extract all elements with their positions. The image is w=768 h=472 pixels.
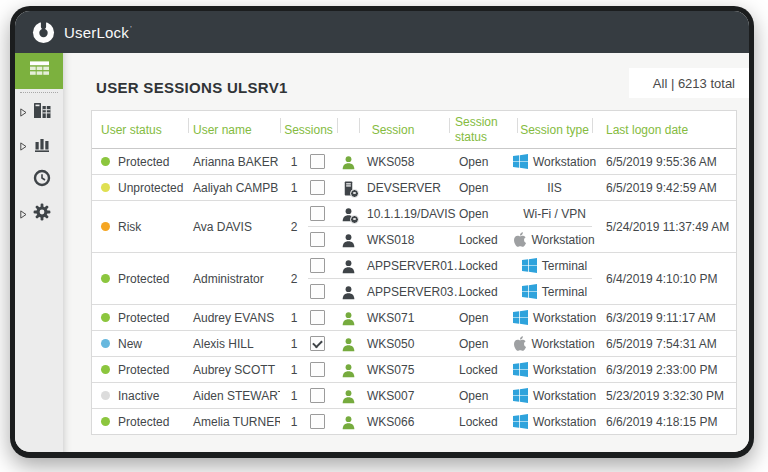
session-status: Locked	[459, 259, 498, 273]
user-status-label: Protected	[118, 311, 169, 325]
expander-icon[interactable]	[20, 205, 27, 223]
session-row[interactable]: APPSERVER03… Locked Terminal	[308, 279, 592, 304]
sidebar-item-statistics[interactable]	[15, 135, 63, 157]
last-logon-date: 6/5/2019 7:54:31 AM	[606, 337, 717, 351]
table-row[interactable]: Protected Arianna BAKER 1 WKS058 Open	[92, 149, 736, 174]
sidebar-item-user-sessions[interactable]	[15, 53, 63, 89]
session-type-label: Terminal	[542, 259, 587, 273]
column-header-session-status[interactable]: Session status	[449, 111, 517, 148]
session-row[interactable]: WKS018 Locked Workstation	[308, 227, 592, 252]
session-row[interactable]: WKS058 Open Workstation	[308, 149, 592, 174]
sidebar-item-reports[interactable]	[15, 101, 63, 123]
table-row[interactable]: Inactive Aiden STEWART 1 WKS007 Open	[92, 382, 736, 408]
user-status-dot	[101, 417, 110, 426]
user-status-label: Protected	[118, 415, 169, 429]
sessions-block: DEVSERVER Open IIS	[308, 175, 592, 200]
last-logon-date: 6/4/2019 4:10:10 PM	[606, 272, 717, 286]
column-header-session-type[interactable]: Session type	[517, 111, 592, 148]
session-name: WKS018	[367, 233, 414, 247]
user-status-dot	[101, 339, 110, 348]
sessions-block: WKS066 Locked Workstation	[308, 409, 592, 434]
expander-icon[interactable]	[20, 137, 27, 155]
user-name: Administrator	[193, 272, 264, 286]
session-checkbox[interactable]	[310, 310, 325, 325]
session-checkbox[interactable]	[310, 284, 325, 299]
session-status: Open	[459, 337, 488, 351]
session-checkbox[interactable]	[310, 258, 325, 273]
sessions-block: APPSERVER01… Locked Terminal	[308, 253, 592, 304]
user-status-label: Protected	[118, 272, 169, 286]
table-row[interactable]: Protected Aubrey SCOTT 1 WKS075 Locked	[92, 356, 736, 382]
session-status: Open	[459, 389, 488, 403]
session-status: Locked	[459, 233, 498, 247]
expander-icon[interactable]	[20, 103, 27, 121]
user-status-dot	[101, 222, 110, 231]
session-name: DEVSERVER	[367, 181, 441, 195]
last-logon-date: 6/3/2019 9:11:17 AM	[606, 311, 716, 325]
last-logon-date: 6/6/2019 4:18:15 PM	[606, 415, 717, 429]
table-row[interactable]: Risk Ava DAVIS 2 10.1.1.19/DAVIS Open	[92, 200, 736, 252]
user-status-dot	[101, 274, 110, 283]
session-checkbox[interactable]	[310, 414, 325, 429]
sidebar-item-history[interactable]	[15, 169, 63, 191]
user-status-label: Unprotected	[118, 181, 183, 195]
column-header-session[interactable]: Session	[337, 111, 449, 148]
sessions-table: User status User name Sessions Session S…	[91, 110, 737, 435]
sessions-block: WKS075 Locked Workstation	[308, 357, 592, 382]
user-status-dot	[101, 183, 110, 192]
session-type-label: Workstation	[533, 155, 596, 169]
user-status-label: Risk	[118, 220, 141, 234]
session-checkbox[interactable]	[310, 154, 325, 169]
session-source-icon	[340, 362, 356, 378]
session-count: 1	[291, 155, 298, 169]
sessions-block: WKS007 Open Workstation	[308, 383, 592, 408]
table-row[interactable]: Protected Audrey EVANS 1 WKS071 Open	[92, 304, 736, 330]
session-type-icon	[513, 154, 533, 169]
session-checkbox[interactable]	[310, 206, 325, 221]
table-row[interactable]: Unprotected Aaliyah CAMPB 1 DEVSERVER Op…	[92, 174, 736, 200]
session-row[interactable]: WKS075 Locked Workstation	[308, 357, 592, 382]
app-window-inner: UserLock ’	[15, 11, 749, 452]
session-type-icon	[514, 336, 531, 351]
sessions-block: WKS050 Open Workstation	[308, 331, 592, 356]
history-clock-icon	[33, 169, 51, 191]
user-name: Aaliyah CAMPB	[193, 181, 278, 195]
session-source-icon	[340, 336, 356, 352]
session-count: 2	[291, 272, 298, 286]
user-name: Amelia TURNER	[193, 415, 280, 429]
topbar: UserLock ’	[15, 11, 749, 53]
sidebar-item-settings[interactable]	[15, 203, 63, 225]
column-header-last-logon-date[interactable]: Last logon date	[592, 111, 736, 148]
session-type-label: Workstation	[531, 337, 594, 351]
reports-icon	[34, 102, 51, 122]
session-checkbox[interactable]	[310, 336, 325, 351]
session-checkbox[interactable]	[310, 180, 325, 195]
table-row[interactable]: Protected Amelia TURNER 1 WKS066 Locked	[92, 408, 736, 434]
session-type-icon	[513, 388, 533, 403]
table-row[interactable]: Protected Administrator 2 APPSERVER01… L…	[92, 252, 736, 304]
sessions-grid-icon	[30, 61, 49, 81]
session-row[interactable]: WKS071 Open Workstation	[308, 305, 592, 330]
column-header-user-status[interactable]: User status	[92, 111, 188, 148]
user-status-label: Inactive	[118, 389, 159, 403]
session-count-summary[interactable]: All | 6213 total	[629, 68, 749, 98]
column-header-sessions[interactable]: Sessions	[280, 111, 337, 148]
last-logon-date: 5/23/2019 3:32:30 PM	[606, 389, 724, 403]
table-row[interactable]: New Alexis HILL 1 WKS050 Open	[92, 330, 736, 356]
session-status: Open	[459, 207, 488, 221]
table-body: Protected Arianna BAKER 1 WKS058 Open	[92, 149, 736, 434]
column-header-user-name[interactable]: User name	[188, 111, 280, 148]
content-area: All | 6213 total USER SESSIONS ULSRV1 Us…	[15, 53, 749, 452]
session-row[interactable]: WKS007 Open Workstation	[308, 383, 592, 408]
session-row[interactable]: 10.1.1.19/DAVIS Open Wi-Fi / VPN	[308, 201, 592, 226]
session-row[interactable]: APPSERVER01… Locked Terminal	[308, 253, 592, 278]
session-row[interactable]: DEVSERVER Open IIS	[308, 175, 592, 200]
session-checkbox[interactable]	[310, 232, 325, 247]
session-row[interactable]: WKS050 Open Workstation	[308, 331, 592, 356]
session-checkbox[interactable]	[310, 388, 325, 403]
session-row[interactable]: WKS066 Locked Workstation	[308, 409, 592, 434]
session-count: 2	[291, 220, 298, 234]
session-name: WKS050	[367, 337, 414, 351]
session-type-label: Workstation	[531, 233, 594, 247]
session-checkbox[interactable]	[310, 362, 325, 377]
